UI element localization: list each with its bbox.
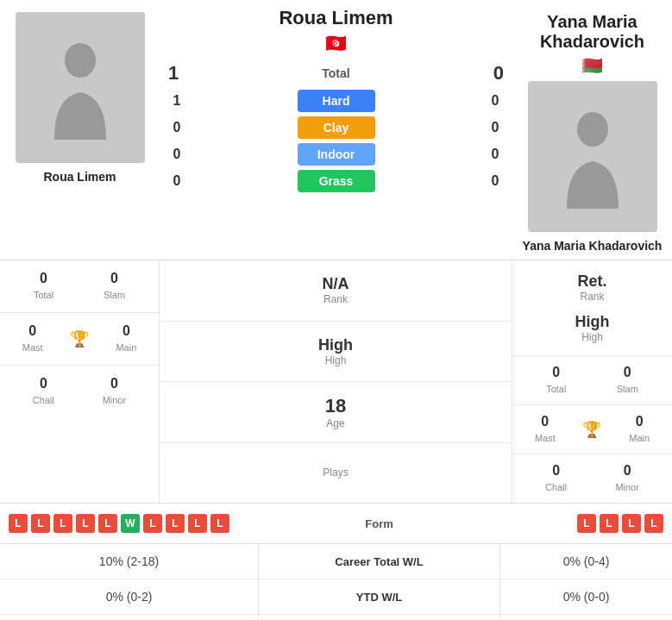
left-chall-minor: 0 Chall 0 Minor	[0, 366, 159, 417]
right-minor-val: 0	[615, 463, 639, 479]
total-label: Total	[322, 66, 349, 80]
right-rank-area: Ret. Rank High High	[512, 260, 672, 356]
center-age-lbl: Age	[326, 417, 344, 429]
right-player-photo-area: Yana Maria Khadarovich 🇧🇾 Yana Maria Kha…	[512, 0, 672, 260]
left-flag: 🇹🇳	[325, 33, 347, 53]
right-player-avatar	[528, 81, 657, 232]
left-hard: 1	[168, 93, 185, 109]
left-total-slam: 0 Total 0 Slam	[0, 260, 159, 313]
age-row: 18 Age	[160, 382, 512, 443]
right-form-l3: L	[622, 514, 641, 533]
right-main-val: 0	[629, 414, 650, 429]
right-main-lbl: Main	[629, 433, 650, 443]
right-rank-lbl: Rank	[580, 291, 604, 303]
left-header-name: Roua Limem	[279, 7, 393, 29]
left-ytd-wl: 0% (0-2)	[0, 579, 259, 614]
left-prize: $0	[0, 615, 259, 620]
left-form-l4: L	[76, 514, 95, 533]
rank-row: N/A Rank	[160, 260, 512, 322]
right-total-lbl: Total	[546, 384, 566, 394]
right-career-wl: 0% (0-4)	[499, 544, 672, 579]
hard-button[interactable]: Hard	[298, 90, 375, 112]
right-header-name-area: Yana Maria Khadarovich 🇧🇾	[521, 12, 663, 76]
right-hard: 0	[487, 93, 504, 109]
center-high-lbl: High	[325, 354, 347, 366]
right-slam-val: 0	[617, 365, 638, 380]
right-mast-lbl: Mast	[535, 433, 556, 443]
left-stat-col: 0 Total 0 Slam 0 Mast 🏆	[0, 260, 160, 503]
career-wl-label: Career Total W/L	[259, 545, 499, 579]
right-chall-val: 0	[545, 463, 567, 479]
left-clay: 0	[168, 120, 185, 135]
prize-label: Career Prize Money	[259, 616, 499, 621]
center-rank-lbl: Rank	[323, 293, 348, 305]
right-chall-lbl: Chall	[545, 482, 567, 492]
right-mast-main: 0 Mast 🏆 0 Main	[512, 405, 672, 454]
left-form-badges: L L L L L W L L L L	[9, 514, 267, 533]
plays-row: Plays	[160, 443, 512, 504]
left-mast-val: 0	[22, 323, 43, 339]
right-high-lbl: High	[581, 331, 603, 343]
left-mast-main: 0 Mast 🏆 0 Main	[0, 313, 159, 366]
left-grass: 0	[168, 173, 185, 189]
left-player-name: Roua Limem	[43, 170, 116, 184]
center-rank-val: N/A	[323, 275, 349, 293]
left-total-wins: 1	[168, 62, 179, 85]
form-label: Form	[267, 517, 491, 530]
left-slam-lbl: Slam	[104, 290, 125, 300]
left-main-val: 0	[116, 323, 136, 339]
right-form-badges: L L L L	[491, 514, 663, 533]
left-minor-val: 0	[103, 376, 127, 391]
left-indoor: 0	[168, 147, 185, 162]
center-high-val: High	[318, 336, 353, 354]
right-slam-lbl: Slam	[617, 384, 638, 394]
svg-point-0	[65, 43, 96, 78]
right-trophy-icon: 🏆	[582, 420, 601, 439]
bottom-stats: 10% (2-18) Career Total W/L 0% (0-4) 0% …	[0, 544, 672, 620]
left-form-l7: L	[166, 514, 185, 533]
left-chall-lbl: Chall	[33, 395, 54, 405]
right-ytd-wl: 0% (0-0)	[499, 579, 672, 614]
stats-compare: 0 Total 0 Slam 0 Mast 🏆	[0, 260, 672, 503]
right-form-l1: L	[577, 514, 596, 533]
center-plays-lbl: Plays	[323, 467, 348, 479]
right-high-val: High	[575, 313, 610, 331]
right-total-val: 0	[546, 365, 566, 380]
right-player-name: Yana Maria Khadarovich	[523, 239, 663, 253]
left-minor-lbl: Minor	[103, 395, 127, 405]
right-rank-val: Ret.	[577, 272, 606, 291]
left-form-l9: L	[210, 514, 229, 533]
svg-point-1	[577, 112, 608, 147]
left-trophy-icon: 🏆	[70, 329, 89, 348]
left-form-l3: L	[53, 514, 72, 533]
left-total-val: 0	[34, 271, 53, 286]
form-section: L L L L L W L L L L Form L L L L	[0, 503, 672, 544]
left-form-w1: W	[121, 514, 140, 533]
right-indoor: 0	[487, 147, 504, 162]
right-form-l2: L	[600, 514, 619, 533]
right-mast-val: 0	[535, 414, 556, 429]
right-form-l4: L	[644, 514, 663, 533]
right-total-wins: 0	[493, 62, 504, 85]
left-career-wl: 10% (2-18)	[0, 544, 259, 579]
center-stat-col: N/A Rank High High 18 Age Plays	[160, 260, 512, 503]
grass-button[interactable]: Grass	[298, 170, 375, 192]
left-slam-val: 0	[104, 271, 125, 286]
right-chall-minor: 0 Chall 0 Minor	[512, 454, 672, 503]
right-flag: 🇧🇾	[521, 55, 663, 76]
career-wl-row: 10% (2-18) Career Total W/L 0% (0-4)	[0, 544, 672, 579]
right-prize: $0	[499, 615, 672, 620]
left-player-avatar	[16, 12, 145, 163]
left-mast-lbl: Mast	[22, 342, 43, 353]
ytd-wl-label: YTD W/L	[259, 580, 499, 614]
left-form-l5: L	[98, 514, 117, 533]
left-form-l2: L	[31, 514, 50, 533]
right-total-slam: 0 Total 0 Slam	[512, 356, 672, 405]
left-total-lbl: Total	[34, 290, 53, 300]
center-age-val: 18	[325, 395, 346, 417]
left-chall-val: 0	[33, 376, 54, 391]
clay-button[interactable]: Clay	[298, 116, 375, 139]
prize-row: $0 Career Prize Money $0	[0, 615, 672, 620]
ytd-wl-row: 0% (0-2) YTD W/L 0% (0-0)	[0, 579, 672, 615]
indoor-button[interactable]: Indoor	[298, 143, 375, 166]
